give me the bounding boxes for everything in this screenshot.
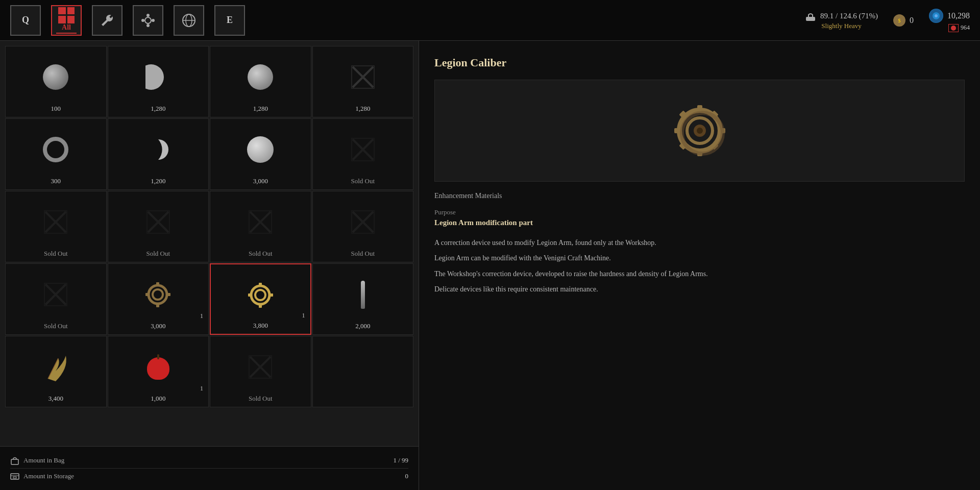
item-icon	[138, 57, 179, 97]
item-icon	[138, 202, 179, 242]
item-price: 1,000	[151, 395, 165, 403]
svg-point-42	[255, 290, 265, 300]
storage-icon	[10, 472, 19, 481]
detail-purpose-value: Legion Arm modification part	[434, 218, 965, 227]
item-icon	[342, 347, 383, 387]
svg-rect-44	[259, 304, 262, 308]
grid-item[interactable]: Sold Out	[108, 191, 209, 262]
top-bar: Q All E	[0, 0, 980, 41]
sold-out-label: Sold Out	[351, 250, 375, 258]
sold-out-label: Sold Out	[146, 250, 170, 258]
bag-value: 1 / 99	[393, 456, 408, 464]
grid-item[interactable]	[312, 336, 414, 407]
svg-rect-40	[167, 293, 170, 296]
sold-out-label: Sold Out	[44, 322, 68, 330]
item-icon	[138, 347, 179, 387]
svg-rect-38	[156, 304, 159, 307]
svg-point-36	[153, 289, 163, 300]
item-price: 3,000	[151, 322, 165, 330]
tab-e[interactable]: E	[214, 5, 245, 36]
sold-out-label: Sold Out	[44, 250, 68, 258]
detail-panel: Legion Caliber Enhanceme	[419, 41, 980, 490]
svg-rect-51	[11, 459, 18, 464]
item-price: 2,000	[355, 322, 370, 330]
item-price: 3,000	[253, 177, 268, 185]
grid-item[interactable]: Sold Out	[312, 118, 414, 190]
sold-out-label: Sold Out	[351, 177, 375, 185]
storage-row: Amount in Storage 0	[10, 469, 408, 484]
item-icon	[342, 129, 383, 170]
tab-bar: Q All E	[10, 5, 245, 36]
svg-rect-57	[697, 105, 702, 111]
item-icon	[138, 274, 179, 315]
ergo-icon	[929, 9, 943, 23]
ergo-sub-icon	[948, 24, 959, 32]
svg-rect-37	[156, 282, 159, 286]
item-quantity: 1	[200, 385, 203, 393]
item-icon	[240, 57, 281, 97]
grid-item[interactable]: 11,000	[108, 336, 209, 407]
grid-item[interactable]: 1,200	[108, 118, 209, 190]
item-icon	[342, 274, 383, 315]
item-icon	[240, 202, 281, 242]
grid-item[interactable]: Sold Out	[312, 191, 414, 262]
grid-item[interactable]: 3,400	[5, 336, 107, 407]
item-icon	[342, 57, 383, 97]
gold-coin-icon: $	[893, 14, 905, 27]
bag-row: Amount in Bag 1 / 99	[10, 453, 408, 469]
grid-item[interactable]: 300	[5, 118, 107, 190]
tab-cog[interactable]	[133, 5, 163, 36]
item-icon	[35, 129, 76, 170]
detail-item-icon	[669, 100, 730, 161]
svg-rect-8	[806, 17, 815, 21]
tab-all[interactable]: All	[51, 5, 82, 36]
grid-item[interactable]: 13,000	[108, 263, 209, 335]
grid-item[interactable]: 2,000	[312, 263, 414, 335]
item-icon	[35, 57, 76, 97]
tab-wrench[interactable]	[92, 5, 122, 36]
item-icon	[240, 275, 281, 315]
detail-title: Legion Caliber	[434, 56, 965, 69]
item-icon	[35, 274, 76, 315]
svg-point-4	[152, 19, 155, 22]
shop-grid-area: 1001,2801,2801,2803001,2003,000Sold OutS…	[0, 41, 419, 490]
detail-description: A correction device used to modify Legio…	[434, 237, 965, 296]
sold-out-label: Sold Out	[249, 250, 273, 258]
grid-item[interactable]: 1,280	[108, 46, 209, 117]
grid-item[interactable]: Sold Out	[5, 191, 107, 262]
item-icon	[240, 347, 281, 387]
weight-icon	[805, 11, 816, 22]
item-quantity: 1	[200, 312, 203, 320]
grid-item[interactable]: 1,280	[210, 46, 311, 117]
item-icon	[35, 347, 76, 387]
item-icon	[342, 202, 383, 242]
storage-value: 0	[405, 472, 409, 480]
item-icon	[138, 129, 179, 170]
grid-item[interactable]: 1,280	[312, 46, 414, 117]
item-price: 300	[51, 177, 61, 185]
ergo-value: 10,298	[947, 11, 970, 20]
ergo-block: 10,298 964	[929, 9, 970, 32]
svg-rect-54	[13, 477, 16, 478]
svg-point-41	[251, 286, 270, 304]
grid-item[interactable]: Sold Out	[210, 191, 311, 262]
svg-text:$: $	[898, 18, 901, 23]
detail-category: Enhancement Materials	[434, 192, 965, 200]
item-price: 3,400	[48, 395, 63, 403]
item-price: 3,800	[253, 322, 268, 330]
svg-point-1	[146, 14, 150, 17]
svg-point-2	[146, 24, 150, 27]
grid-item[interactable]: Sold Out	[210, 336, 311, 407]
grid-item[interactable]: 3,000	[210, 118, 311, 190]
weight-status: Slightly Heavy	[821, 22, 861, 30]
svg-rect-43	[259, 283, 262, 286]
weight-block: 89.1 / 124.6 (71%) Slightly Heavy	[805, 11, 878, 30]
grid-item[interactable]: Sold Out	[5, 263, 107, 335]
weight-display: 89.1 / 124.6 (71%)	[820, 12, 878, 20]
grid-item[interactable]: 13,800	[210, 263, 311, 335]
currency-value: 0	[910, 16, 914, 25]
grid-item[interactable]: 100	[5, 46, 107, 117]
shop-grid: 1001,2801,2801,2803001,2003,000Sold OutS…	[5, 46, 413, 407]
tab-q[interactable]: Q	[10, 5, 41, 36]
tab-orb[interactable]	[174, 5, 204, 36]
